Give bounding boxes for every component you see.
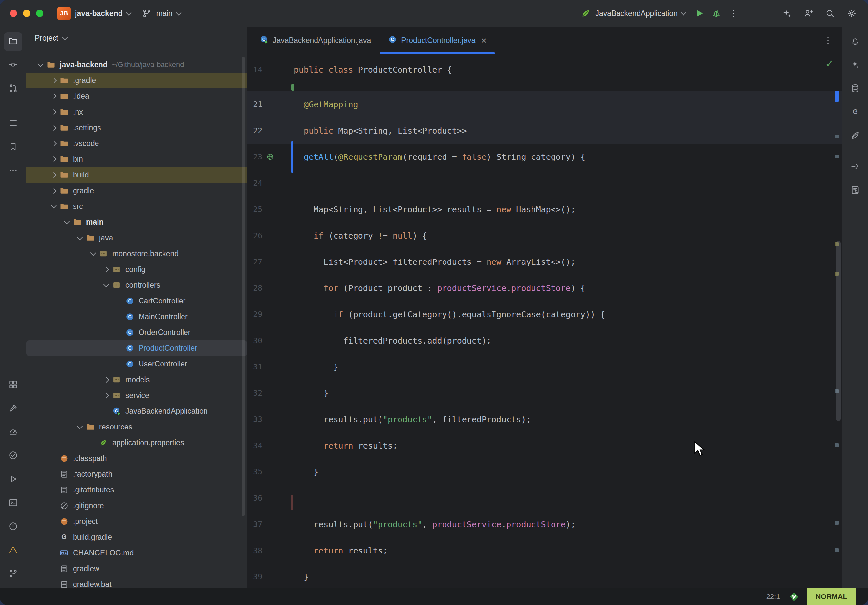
tree-item--gitattributes[interactable]: .gitattributes [26, 482, 247, 498]
tree-item-models[interactable]: models [26, 372, 247, 387]
tree-item--classpath[interactable]: .classpath [26, 450, 247, 466]
tool-button-bookmarks[interactable] [4, 138, 22, 156]
tool-button-documentation[interactable] [846, 181, 864, 200]
inspections-ok-icon[interactable]: ✓ [825, 57, 834, 70]
editor[interactable]: 14public class ProductController {21 @Ge… [247, 54, 842, 588]
code-line-21[interactable]: 21 @GetMapping [247, 91, 842, 118]
chevron-right-icon[interactable] [51, 188, 56, 193]
code-line-36[interactable]: 36 [247, 485, 842, 511]
tool-button-profiler[interactable] [4, 423, 22, 442]
chevron-right-icon[interactable] [51, 77, 56, 84]
tool-button-problems[interactable] [4, 518, 22, 536]
vim-mode-badge[interactable]: NORMAL [807, 588, 856, 605]
tab-options-button[interactable] [821, 34, 835, 48]
code-line-25[interactable]: 25 Map<String, List<Product>> results = … [247, 196, 842, 223]
tree-item--factorypath[interactable]: .factorypath [26, 466, 247, 482]
tool-button-warnings[interactable] [4, 542, 22, 560]
run-config-widget[interactable]: JavaBackendApplication [575, 5, 691, 22]
tree-item--gitignore[interactable]: .gitignore [26, 498, 247, 514]
tree-item-resources[interactable]: resources [26, 419, 247, 435]
tree-item-maincontroller[interactable]: CMainController [26, 309, 247, 325]
minimize-window-button[interactable] [23, 10, 30, 17]
tree-item-usercontroller[interactable]: CUserController [26, 356, 247, 372]
chevron-right-icon[interactable] [103, 377, 109, 382]
chevron-down-icon[interactable] [37, 61, 43, 67]
code-line-31[interactable]: 31 } [247, 354, 842, 380]
tree-item-changelog-md[interactable]: CHANGELOG.md [26, 545, 247, 561]
tool-button-commit[interactable] [4, 56, 22, 74]
tree-item-javabackendapplication[interactable]: CJavaBackendApplication [26, 403, 247, 419]
code-line-33[interactable]: 33 results.put("products", filteredProdu… [247, 406, 842, 432]
tool-button-more[interactable] [4, 162, 22, 180]
tree-item-java-backend[interactable]: java-backend~/Github/java-backend [26, 57, 247, 73]
tool-button-services[interactable] [4, 376, 22, 395]
tool-button-bean[interactable] [846, 127, 864, 145]
tool-button-terminal[interactable] [4, 494, 22, 512]
tool-button-notifications[interactable] [846, 32, 864, 51]
run-button[interactable] [691, 5, 708, 22]
code-line-39[interactable]: 39 } [247, 564, 842, 588]
code-line-24[interactable]: 24 [247, 170, 842, 196]
code-with-me-button[interactable] [800, 5, 817, 22]
editor-scrollbar[interactable] [836, 241, 841, 421]
chevron-right-icon[interactable] [103, 266, 109, 272]
tree-item-ordercontroller[interactable]: COrderController [26, 325, 247, 340]
chevron-down-icon[interactable] [77, 234, 83, 240]
code-line-34[interactable]: 34 return results; [247, 432, 842, 459]
endpoint-gutter-icon[interactable] [262, 153, 278, 161]
tree-item-config[interactable]: config [26, 261, 247, 277]
tree-item-java[interactable]: java [26, 230, 247, 246]
code-line-32[interactable]: 32 } [247, 380, 842, 406]
settings-button[interactable] [843, 5, 860, 22]
tree-scrollbar[interactable] [242, 57, 245, 516]
code-line-23[interactable]: 23 getAll(@RequestParam(required = false… [247, 144, 842, 170]
code-line-37[interactable]: 37 results.put("products", productServic… [247, 511, 842, 537]
close-tab-icon[interactable]: × [481, 36, 487, 45]
tree-item-cartcontroller[interactable]: CCartController [26, 293, 247, 309]
tree-item-productcontroller[interactable]: CProductController [26, 340, 247, 356]
close-window-button[interactable] [10, 10, 17, 17]
tool-button-gradle[interactable]: G [846, 103, 864, 122]
tree-item-build[interactable]: build [26, 167, 247, 183]
tool-button-ai-assistant[interactable] [846, 56, 864, 74]
tab-javabackendapplication-java[interactable]: CJavaBackendApplication.java [251, 27, 380, 54]
tool-button-endpoints[interactable] [846, 158, 864, 176]
code-line-14[interactable]: 14public class ProductController { [247, 56, 842, 84]
more-run-options-button[interactable] [725, 5, 742, 22]
chevron-down-icon[interactable] [90, 250, 96, 255]
chevron-down-icon[interactable] [103, 281, 109, 287]
project-panel-header[interactable]: Project [26, 27, 247, 49]
chevron-right-icon[interactable] [51, 109, 56, 115]
chevron-right-icon[interactable] [103, 392, 109, 398]
tool-button-todo[interactable] [4, 447, 22, 465]
ai-assistant-button[interactable] [778, 5, 795, 22]
chevron-down-icon[interactable] [64, 218, 70, 224]
tree-item-main[interactable]: main [26, 214, 247, 230]
chevron-down-icon[interactable] [77, 423, 83, 429]
tree-item-gradlew[interactable]: gradlew [26, 561, 247, 576]
tree-item-service[interactable]: service [26, 387, 247, 403]
tree-item--settings[interactable]: .settings [26, 120, 247, 136]
code-line-22[interactable]: 22 public Map<String, List<Product>> [247, 118, 842, 144]
code-line-38[interactable]: 38 return results; [247, 537, 842, 564]
tree-item--idea[interactable]: .idea [26, 88, 247, 104]
tree-item-monostore-backend[interactable]: monostore.backend [26, 246, 247, 261]
tree-item--vscode[interactable]: .vscode [26, 136, 247, 151]
code-line-29[interactable]: 29 if (product.getCategory().equalsIgnor… [247, 301, 842, 327]
tree-item-bin[interactable]: bin [26, 151, 247, 167]
tree-item-build-gradle[interactable]: Gbuild.gradle [26, 529, 247, 545]
chevron-right-icon[interactable] [51, 141, 56, 146]
code-line-35[interactable]: 35 } [247, 459, 842, 485]
chevron-right-icon[interactable] [51, 156, 56, 162]
chevron-right-icon[interactable] [51, 93, 56, 99]
tool-button-project-folder[interactable] [4, 32, 22, 51]
search-everywhere-button[interactable] [822, 5, 839, 22]
tab-productcontroller-java[interactable]: CProductController.java× [380, 27, 495, 54]
code-line-28[interactable]: 28 for (Product product : productService… [247, 275, 842, 301]
tool-button-pull-requests[interactable] [4, 80, 22, 98]
code-line-30[interactable]: 30 filteredProducts.add(product); [247, 327, 842, 354]
tree-item-gradle[interactable]: gradle [26, 183, 247, 198]
tree-item--gradle[interactable]: .gradle [26, 73, 247, 88]
debug-button[interactable] [708, 5, 725, 22]
zoom-window-button[interactable] [36, 10, 43, 17]
